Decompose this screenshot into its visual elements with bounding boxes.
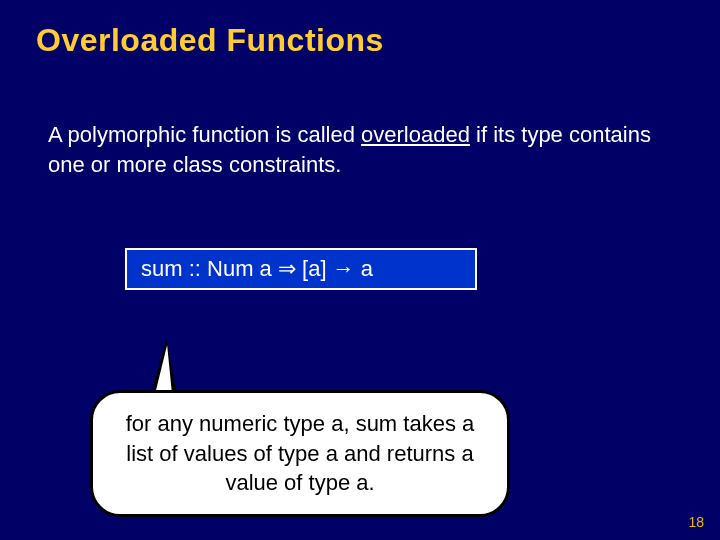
slide-title: Overloaded Functions	[36, 22, 384, 59]
fat-arrow-icon: ⇒	[278, 256, 296, 282]
code-a: a	[355, 256, 373, 282]
type-signature-box: sum :: Num a ⇒ [a] → a	[125, 248, 477, 290]
body-text: A polymorphic function is called overloa…	[48, 120, 668, 179]
body-pre: A polymorphic function is called	[48, 122, 361, 147]
code-sum: sum :: Num a	[141, 256, 278, 282]
code-lista: [a]	[296, 256, 333, 282]
arrow-icon: →	[333, 256, 355, 282]
body-overloaded-word: overloaded	[361, 122, 470, 147]
page-number: 18	[688, 514, 704, 530]
callout-box: for any numeric type a, sum takes a list…	[90, 390, 510, 517]
